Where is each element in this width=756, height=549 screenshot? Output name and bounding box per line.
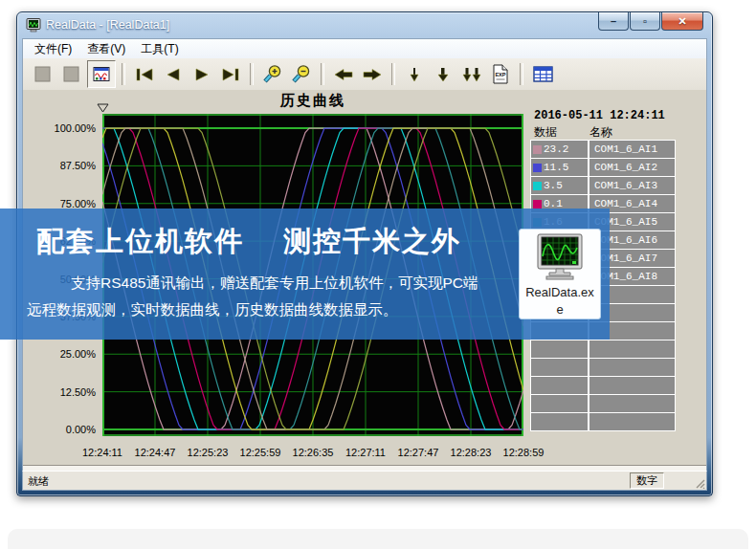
- close-button[interactable]: ✕: [661, 12, 703, 31]
- gray-square-icon: [34, 66, 52, 83]
- toolbar-separator: [321, 63, 324, 85]
- x-tick-label: 12:24:47: [125, 447, 185, 458]
- previous-button[interactable]: [160, 61, 187, 87]
- legend-value-cell: 3.5: [531, 177, 588, 194]
- app-logo-icon: [26, 18, 41, 33]
- title-bar[interactable]: RealData - [RealData1] – ▫ ✕: [17, 12, 712, 38]
- x-tick-label: 12:28:23: [441, 447, 500, 458]
- legend-name-cell: COM1_6_AI3: [589, 177, 675, 194]
- legend-col-data: 数据: [534, 124, 557, 141]
- x-tick-label: 12:27:47: [389, 447, 448, 458]
- down-double-button[interactable]: [458, 61, 485, 87]
- toolbar-separator: [250, 63, 254, 85]
- toolbar: EXP: [22, 58, 707, 91]
- previous-icon: [164, 67, 183, 82]
- first-record-icon: [134, 67, 155, 82]
- status-bar: 就绪 数字: [22, 471, 707, 491]
- minimize-button[interactable]: –: [598, 12, 629, 31]
- x-tick-label: 12:24:11: [73, 447, 132, 458]
- x-tick-label: 12:26:35: [283, 447, 343, 458]
- legend-row[interactable]: 23.2COM1_6_AI1: [531, 141, 675, 158]
- legend-value: 23.2: [544, 143, 568, 155]
- legend-row[interactable]: [531, 359, 675, 376]
- legend-name: COM1_6_AI3: [594, 180, 657, 191]
- curve-view-icon: [93, 66, 111, 83]
- series-color-swatch: [533, 200, 542, 209]
- realdata-exe-tile[interactable]: RealData.exe: [519, 229, 601, 319]
- arrow-right-icon: [361, 67, 384, 82]
- maximize-button[interactable]: ▫: [630, 12, 660, 31]
- arrow-down-icon: [435, 66, 451, 83]
- x-tick-label: 12:27:11: [336, 447, 395, 458]
- status-num-indicator: 数字: [630, 472, 664, 489]
- pan-left-button[interactable]: [330, 61, 357, 87]
- zoom-out-button[interactable]: [288, 61, 315, 87]
- series-color-swatch: [533, 182, 542, 190]
- legend-header: 数据 名称: [530, 124, 674, 140]
- next-icon: [192, 67, 211, 82]
- arrow-left-icon: [332, 67, 355, 82]
- legend-timestamp: 2016-05-11 12:24:11: [534, 109, 665, 122]
- arrow-down-double-icon: [462, 66, 481, 83]
- minimize-icon: –: [611, 16, 616, 27]
- last-record-button[interactable]: [217, 61, 244, 87]
- legend-row[interactable]: 3.5COM1_6_AI3: [531, 177, 675, 194]
- gray-square-icon: [63, 66, 80, 83]
- legend-name-cell: COM1_6_AI1: [589, 141, 675, 158]
- legend-name-cell: COM1_6_AI2: [589, 159, 675, 176]
- legend-row[interactable]: [531, 340, 675, 358]
- page: RealData - [RealData1] – ▫ ✕ 文件(F)查看(V)工…: [0, 0, 756, 549]
- toolbar-separator: [520, 63, 523, 85]
- legend-name-cell: [589, 340, 675, 358]
- menu-bar: 文件(F)查看(V)工具(T): [22, 38, 707, 60]
- oscilloscope-monitor-icon: [533, 233, 587, 283]
- legend-row[interactable]: [531, 395, 675, 412]
- last-record-icon: [220, 67, 241, 82]
- svg-text:EXP: EXP: [495, 72, 505, 77]
- y-tick-label: 12.50%: [27, 386, 96, 398]
- down-button[interactable]: [430, 61, 456, 87]
- window-title: RealData - [RealData1]: [46, 18, 169, 32]
- x-tick-label: 12:28:59: [494, 447, 553, 458]
- arrow-down-thin-icon: [408, 66, 421, 83]
- down-thin-button[interactable]: [401, 61, 428, 87]
- next-button[interactable]: [189, 61, 215, 87]
- zoom-in-button[interactable]: [259, 61, 286, 87]
- page-bottom-bar: [8, 529, 748, 549]
- y-tick-label: 100.00%: [27, 122, 96, 134]
- y-tick-label: 75.00%: [27, 198, 96, 209]
- toolbar-separator: [391, 63, 395, 85]
- table-grid-icon: [533, 66, 553, 82]
- series-color-swatch: [533, 164, 542, 172]
- legend-value-cell: 11.5: [531, 159, 588, 176]
- legend-row[interactable]: [531, 377, 675, 394]
- menu-item-1[interactable]: 查看(V): [79, 39, 133, 59]
- legend-value-cell: [531, 395, 588, 412]
- data-table-button[interactable]: [529, 61, 556, 87]
- caption-buttons: – ▫ ✕: [597, 12, 703, 31]
- chart-title: 历史曲线: [102, 92, 523, 110]
- menu-item-0[interactable]: 文件(F): [27, 39, 79, 59]
- series-color-swatch: [533, 145, 542, 154]
- status-ready-text: 就绪: [28, 474, 49, 489]
- close-icon: ✕: [678, 16, 686, 27]
- legend-name: COM1_6_AI1: [594, 143, 657, 155]
- export-button[interactable]: EXP: [487, 61, 514, 87]
- legend-value-cell: [531, 413, 588, 430]
- pan-right-button[interactable]: [359, 61, 386, 87]
- toolbar-blank-button-1[interactable]: [30, 61, 56, 87]
- export-doc-icon: EXP: [492, 64, 509, 84]
- toolbar-blank-button-2[interactable]: [58, 61, 85, 87]
- legend-value: 3.5: [544, 180, 563, 191]
- legend-row[interactable]: [531, 413, 675, 430]
- resize-grip[interactable]: [694, 477, 705, 489]
- legend-value-cell: [531, 377, 588, 394]
- cursor-marker-icon[interactable]: [97, 103, 109, 113]
- curve-view-button[interactable]: [87, 60, 116, 88]
- legend-row[interactable]: 11.5COM1_6_AI2: [531, 159, 675, 176]
- y-tick-label: 0.00%: [27, 424, 96, 435]
- legend-value-cell: 23.2: [531, 141, 588, 158]
- first-record-button[interactable]: [131, 61, 158, 87]
- legend-name-cell: [589, 377, 675, 394]
- menu-item-2[interactable]: 工具(T): [133, 39, 186, 59]
